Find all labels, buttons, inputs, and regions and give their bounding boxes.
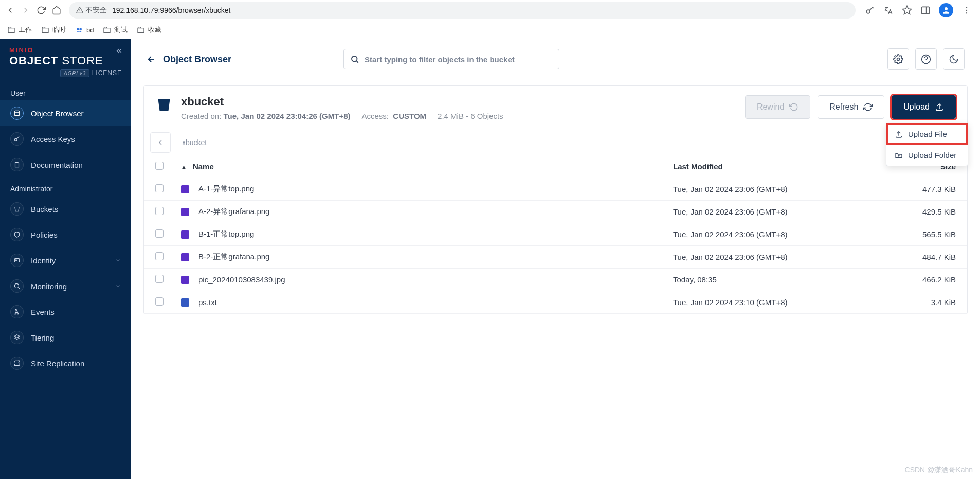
row-checkbox[interactable] bbox=[155, 184, 164, 192]
select-all-checkbox[interactable] bbox=[155, 162, 164, 170]
file-modified: Today, 08:35 bbox=[673, 275, 894, 284]
search-input-wrapper[interactable] bbox=[343, 49, 559, 69]
upload-file-option[interactable]: Upload File bbox=[886, 123, 968, 145]
kebab-menu-icon[interactable] bbox=[961, 5, 972, 15]
rewind-button[interactable]: Rewind bbox=[745, 95, 810, 119]
file-type-icon bbox=[181, 185, 189, 193]
file-type-icon bbox=[181, 298, 189, 307]
file-modified: Tue, Jan 02 2024 23:06 (GMT+8) bbox=[673, 207, 894, 216]
row-checkbox[interactable] bbox=[155, 229, 164, 238]
bucket-panel: xbucket Created on: Tue, Jan 02 2024 23:… bbox=[143, 85, 968, 314]
bookmark-item[interactable]: bd bbox=[75, 26, 94, 34]
upload-button[interactable]: Upload Upload File Upload Folder bbox=[892, 95, 956, 119]
table-row[interactable]: A-2-异常grafana.png Tue, Jan 02 2024 23:06… bbox=[144, 201, 967, 223]
browser-chrome: 不安全 192.168.10.79:9966/browser/xbucket 工… bbox=[0, 0, 980, 39]
sidebar-item-monitoring[interactable]: Monitoring bbox=[0, 273, 131, 299]
reload-icon[interactable] bbox=[36, 5, 46, 15]
row-checkbox[interactable] bbox=[155, 275, 164, 283]
sidebar-item-site-replication[interactable]: Site Replication bbox=[0, 350, 131, 376]
password-key-icon[interactable] bbox=[865, 5, 875, 15]
file-type-icon bbox=[181, 230, 189, 239]
bookmarks-bar: 工作 临时 bd 测试 收藏 bbox=[0, 21, 980, 39]
sidebar-item-access-keys[interactable]: Access Keys bbox=[0, 126, 131, 152]
bookmark-item[interactable]: 测试 bbox=[103, 25, 128, 34]
file-type-icon bbox=[181, 208, 189, 216]
bookmark-item[interactable]: 工作 bbox=[7, 25, 32, 34]
file-modified: Tue, Jan 02 2024 23:06 (GMT+8) bbox=[673, 253, 894, 261]
layers-icon bbox=[10, 331, 24, 344]
file-size: 429.5 KiB bbox=[894, 207, 956, 216]
back-icon[interactable] bbox=[5, 5, 15, 15]
svg-rect-2 bbox=[922, 7, 930, 13]
file-type-icon bbox=[181, 276, 189, 284]
svg-rect-20 bbox=[158, 99, 170, 101]
sidebar-item-identity[interactable]: Identity bbox=[0, 247, 131, 273]
svg-point-0 bbox=[866, 10, 870, 13]
bucket-icon bbox=[10, 202, 24, 216]
row-checkbox[interactable] bbox=[155, 207, 164, 215]
sort-asc-icon[interactable]: ▲ bbox=[181, 164, 187, 170]
upload-dropdown: Upload File Upload Folder bbox=[886, 123, 968, 166]
file-name: A-1-异常top.png bbox=[198, 184, 254, 194]
svg-rect-10 bbox=[14, 111, 19, 115]
file-size: 3.4 KiB bbox=[894, 298, 956, 307]
profile-avatar[interactable] bbox=[939, 3, 953, 17]
shield-icon bbox=[10, 228, 24, 241]
table-row[interactable]: pic_20240103083439.jpg Today, 08:35 466.… bbox=[144, 269, 967, 291]
key-icon bbox=[10, 132, 24, 146]
file-name: ps.txt bbox=[198, 298, 217, 307]
svg-point-15 bbox=[14, 283, 19, 288]
sidebar-item-policies[interactable]: Policies bbox=[0, 222, 131, 247]
browser-icon bbox=[10, 107, 24, 120]
file-type-icon bbox=[181, 253, 189, 261]
search-input[interactable] bbox=[365, 55, 553, 64]
refresh-button[interactable]: Refresh bbox=[818, 95, 884, 119]
file-size: 565.5 KiB bbox=[894, 230, 956, 239]
url-bar[interactable]: 不安全 192.168.10.79:9966/browser/xbucket bbox=[69, 2, 856, 19]
svg-marker-1 bbox=[903, 6, 912, 14]
svg-point-6 bbox=[966, 10, 967, 11]
sidebar-item-events[interactable]: Events bbox=[0, 299, 131, 325]
bookmark-item[interactable]: 临时 bbox=[41, 25, 66, 34]
identity-icon bbox=[10, 254, 24, 267]
sidebar-item-tiering[interactable]: Tiering bbox=[0, 325, 131, 350]
breadcrumb-back-button[interactable] bbox=[150, 132, 171, 153]
sidepanel-icon[interactable] bbox=[920, 5, 931, 15]
bookmark-item[interactable]: 收藏 bbox=[137, 25, 161, 34]
file-name: pic_20240103083439.jpg bbox=[198, 275, 285, 284]
table-row[interactable]: A-1-异常top.png Tue, Jan 02 2024 23:06 (GM… bbox=[144, 178, 967, 201]
home-icon[interactable] bbox=[51, 5, 62, 15]
table-row[interactable]: B-1-正常top.png Tue, Jan 02 2024 23:06 (GM… bbox=[144, 223, 967, 246]
file-size: 466.2 KiB bbox=[894, 275, 956, 284]
svg-point-5 bbox=[966, 7, 967, 8]
svg-point-17 bbox=[897, 58, 900, 61]
table-row[interactable]: ps.txt Tue, Jan 02 2024 23:10 (GMT+8) 3.… bbox=[144, 291, 967, 314]
sidebar: MINIO OBJECT STORE AGPLv3 LICENSE User O… bbox=[0, 39, 131, 479]
forward-icon[interactable] bbox=[21, 5, 31, 15]
sidebar-item-documentation[interactable]: Documentation bbox=[0, 152, 131, 178]
search-icon bbox=[350, 55, 359, 64]
darkmode-button[interactable] bbox=[943, 48, 965, 70]
file-size: 484.7 KiB bbox=[894, 253, 956, 261]
help-button[interactable] bbox=[915, 48, 937, 70]
sidebar-item-buckets[interactable]: Buckets bbox=[0, 196, 131, 222]
translate-icon[interactable] bbox=[883, 5, 894, 15]
replication-icon bbox=[10, 357, 24, 370]
upload-folder-option[interactable]: Upload Folder bbox=[886, 145, 968, 166]
sidebar-item-object-browser[interactable]: Object Browser bbox=[0, 100, 131, 126]
svg-point-4 bbox=[945, 7, 948, 10]
table-row[interactable]: B-2-正常grafana.png Tue, Jan 02 2024 23:06… bbox=[144, 246, 967, 269]
file-name: A-2-异常grafana.png bbox=[198, 207, 269, 217]
lambda-icon bbox=[10, 305, 24, 318]
back-arrow-icon[interactable] bbox=[147, 55, 156, 64]
bucket-name: xbucket bbox=[181, 95, 503, 109]
sidebar-section-admin: Administrator bbox=[0, 178, 131, 196]
table-header: ▲Name Last Modified Size bbox=[144, 155, 967, 178]
file-name: B-2-正常grafana.png bbox=[198, 252, 269, 262]
svg-point-14 bbox=[15, 260, 16, 261]
star-icon[interactable] bbox=[902, 5, 912, 15]
row-checkbox[interactable] bbox=[155, 252, 164, 260]
settings-button[interactable] bbox=[887, 48, 909, 70]
collapse-sidebar-icon[interactable] bbox=[115, 46, 124, 56]
row-checkbox[interactable] bbox=[155, 297, 164, 306]
